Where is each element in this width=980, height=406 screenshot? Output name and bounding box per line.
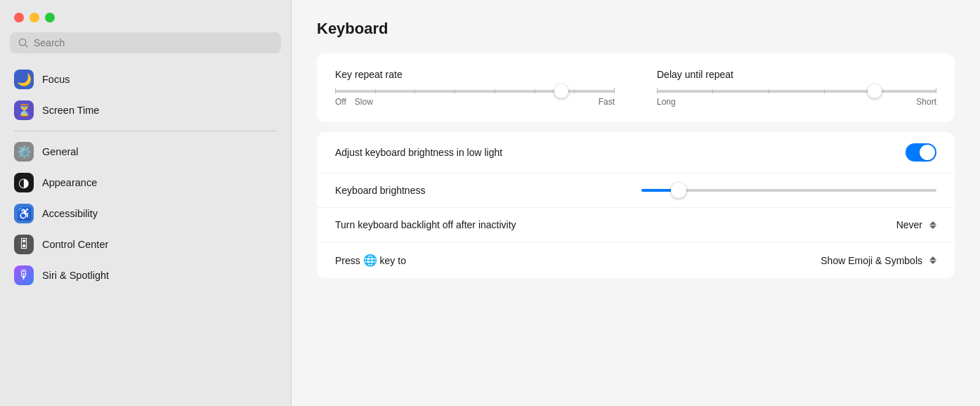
backlight-off-value: Never	[896, 219, 922, 230]
screen-time-icon: ⏳	[14, 100, 34, 120]
accessibility-icon: ♿	[14, 204, 34, 223]
page-title: Keyboard	[317, 20, 955, 38]
tick	[455, 89, 455, 93]
press-key-row: Press 🌐 key to Show Emoji & Symbols	[317, 242, 955, 278]
keyboard-brightness-label: Keyboard brightness	[335, 185, 425, 196]
sidebar-label-general: General	[42, 146, 79, 157]
delay-ticks	[657, 90, 936, 93]
label-short: Short	[916, 97, 936, 107]
close-button[interactable]	[14, 13, 24, 22]
toggle-thumb	[920, 145, 935, 160]
sidebar-item-screen-time[interactable]: ⏳ Screen Time	[7, 96, 284, 125]
adjust-brightness-row: Adjust keyboard brightness in low light	[317, 132, 955, 173]
window-controls	[0, 0, 291, 32]
tick	[824, 89, 825, 93]
label-off: Off	[335, 97, 346, 107]
sidebar-label-accessibility: Accessibility	[42, 208, 98, 219]
press-key-stepper[interactable]: Show Emoji & Symbols	[821, 255, 936, 266]
label-long: Long	[657, 97, 676, 107]
delay-until-repeat-label: Delay until repeat	[657, 69, 936, 80]
delay-until-repeat-track	[657, 90, 936, 93]
general-icon: ⚙️	[14, 142, 34, 162]
sidebar-item-focus[interactable]: 🌙 Focus	[7, 65, 284, 94]
tick	[414, 89, 415, 93]
tick	[375, 89, 376, 93]
sidebar-item-siri-spotlight[interactable]: 🎙 Siri & Spotlight	[7, 261, 284, 290]
press-key-value: Show Emoji & Symbols	[821, 255, 922, 266]
search-container	[0, 32, 291, 62]
globe-icon: 🌐	[363, 254, 377, 266]
delay-until-repeat-labels: Long Short	[657, 97, 936, 107]
sidebar-label-siri-spotlight: Siri & Spotlight	[42, 270, 109, 281]
brightness-slider-container	[641, 189, 936, 192]
sidebar-item-general[interactable]: ⚙️ General	[7, 137, 284, 166]
tick	[574, 89, 575, 93]
search-input[interactable]	[34, 37, 273, 48]
search-box[interactable]	[10, 32, 281, 53]
tick	[535, 89, 535, 93]
key-repeat-rate-group: Key repeat rate	[335, 69, 615, 107]
sidebar-nav: 🌙 Focus ⏳ Screen Time ⚙️ General ◑ Appea…	[0, 62, 291, 293]
backlight-off-row: Turn keyboard backlight off after inacti…	[317, 208, 955, 242]
backlight-off-label: Turn keyboard backlight off after inacti…	[335, 219, 516, 230]
appearance-icon: ◑	[14, 173, 34, 192]
press-key-stepper-up[interactable]	[929, 256, 936, 260]
tick	[657, 88, 658, 93]
sidebar-label-screen-time: Screen Time	[42, 105, 99, 116]
svg-line-1	[25, 44, 27, 46]
search-icon	[18, 38, 29, 48]
key-repeat-rate-slider-container	[335, 90, 615, 93]
stepper-down-arrow[interactable]	[929, 225, 936, 229]
stepper-up-arrow[interactable]	[929, 221, 936, 225]
tick	[614, 88, 615, 93]
tick	[495, 89, 495, 93]
adjust-brightness-label: Adjust keyboard brightness in low light	[335, 147, 502, 158]
key-repeat-rate-labels: Off Slow Fast	[335, 97, 615, 107]
main-content: Keyboard Key repeat rate	[292, 0, 980, 406]
press-key-label: Press 🌐 key to	[335, 254, 406, 267]
sidebar-label-focus: Focus	[42, 74, 70, 85]
delay-until-repeat-slider-container	[657, 90, 936, 93]
maximize-button[interactable]	[45, 13, 55, 22]
sidebar: 🌙 Focus ⏳ Screen Time ⚙️ General ◑ Appea…	[0, 0, 292, 406]
siri-icon: 🎙	[14, 266, 34, 285]
sliders-row: Key repeat rate	[335, 69, 936, 107]
delay-until-repeat-thumb[interactable]	[868, 84, 882, 98]
focus-icon: 🌙	[14, 70, 34, 89]
tick	[712, 89, 713, 93]
sidebar-item-accessibility[interactable]: ♿ Accessibility	[7, 199, 284, 228]
adjust-brightness-toggle[interactable]	[906, 143, 936, 162]
sidebar-item-control-center[interactable]: 🎛 Control Center	[7, 230, 284, 259]
tick	[936, 88, 936, 93]
key-repeat-rate-track	[335, 90, 615, 93]
repeat-rate-card: Key repeat rate	[317, 53, 955, 122]
backlight-off-stepper[interactable]: Never	[896, 219, 936, 230]
brightness-thumb[interactable]	[671, 183, 686, 198]
sidebar-label-control-center: Control Center	[42, 239, 108, 250]
sidebar-divider	[14, 131, 277, 131]
settings-card: Adjust keyboard brightness in low light …	[317, 132, 955, 278]
label-slow: Slow	[355, 97, 599, 107]
key-repeat-rate-label: Key repeat rate	[335, 69, 615, 80]
brightness-track	[641, 189, 936, 192]
press-key-stepper-down[interactable]	[929, 261, 936, 264]
delay-until-repeat-group: Delay until repeat	[657, 69, 936, 107]
tick	[769, 89, 769, 93]
minimize-button[interactable]	[30, 13, 39, 22]
label-fast: Fast	[599, 97, 615, 107]
repeat-rate-ticks	[335, 90, 615, 93]
sidebar-label-appearance: Appearance	[42, 177, 97, 188]
tick	[335, 88, 336, 93]
key-repeat-rate-thumb[interactable]	[554, 84, 568, 98]
stepper-arrows	[929, 221, 936, 229]
sidebar-item-appearance[interactable]: ◑ Appearance	[7, 168, 284, 197]
keyboard-brightness-row: Keyboard brightness	[317, 173, 955, 208]
control-center-icon: 🎛	[14, 235, 34, 254]
press-key-stepper-arrows	[929, 256, 936, 264]
